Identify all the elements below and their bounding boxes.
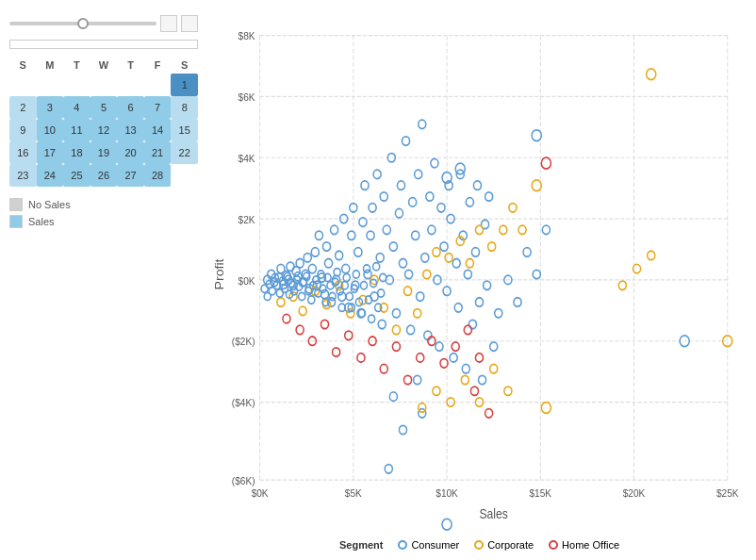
svg-point-133	[542, 225, 550, 234]
svg-point-154	[445, 254, 452, 262]
calendar-day[interactable]: 22	[171, 141, 198, 164]
svg-point-171	[618, 281, 626, 289]
calendar-day[interactable]: 4	[63, 96, 90, 119]
calendar-day[interactable]: 1	[171, 74, 198, 96]
svg-point-114	[468, 320, 476, 328]
cal-header-f: F	[144, 57, 172, 74]
svg-point-139	[277, 298, 285, 306]
svg-point-190	[452, 342, 459, 351]
calendar-day[interactable]: 6	[117, 96, 144, 119]
calendar-day[interactable]: 3	[37, 96, 64, 119]
calendar-day[interactable]: 8	[171, 96, 198, 119]
svg-point-117	[475, 298, 483, 306]
slider-thumb[interactable]	[77, 18, 89, 29]
svg-point-151	[414, 309, 421, 318]
svg-point-179	[320, 320, 328, 328]
svg-point-78	[383, 225, 390, 234]
svg-point-176	[283, 314, 290, 322]
svg-point-181	[345, 331, 353, 339]
svg-point-71	[367, 231, 374, 239]
calendar-day[interactable]: 21	[144, 141, 172, 164]
svg-point-160	[509, 204, 517, 212]
calendar-day[interactable]: 19	[90, 141, 118, 164]
scatter-chart: Profit $8K $6K $4K $2K $0K ($2K)	[212, 13, 747, 535]
svg-text:Sales: Sales	[480, 506, 509, 521]
svg-point-42	[296, 258, 304, 267]
svg-point-135	[455, 163, 465, 174]
calendar-day[interactable]: 25	[63, 164, 90, 187]
calendar-day[interactable]: 9	[9, 119, 37, 141]
svg-point-100	[436, 342, 443, 351]
svg-point-90	[412, 231, 419, 239]
calendar-day[interactable]: 27	[117, 164, 144, 187]
svg-text:$20K: $20K	[623, 486, 646, 499]
calendar-day	[37, 74, 64, 96]
svg-point-153	[433, 248, 440, 256]
calendar-day[interactable]: 13	[117, 119, 144, 141]
prev-month-button[interactable]	[160, 15, 177, 32]
svg-point-168	[504, 387, 512, 395]
calendar-day[interactable]: 28	[144, 164, 172, 187]
calendar-day[interactable]: 10	[37, 119, 64, 141]
calendar-day[interactable]: 12	[90, 119, 118, 141]
svg-point-149	[392, 325, 400, 334]
calendar-day[interactable]: 2	[9, 96, 37, 119]
svg-text:$4K: $4K	[238, 152, 256, 164]
calendar-day	[144, 74, 172, 96]
svg-point-85	[399, 258, 406, 267]
calendar-day[interactable]: 7	[144, 96, 172, 119]
calendar-day[interactable]: 18	[63, 141, 90, 164]
svg-text:$8K: $8K	[238, 30, 256, 42]
left-panel: S M T W T F S 12345678910111213141516171…	[0, 0, 207, 560]
slider-track[interactable]	[9, 22, 156, 25]
svg-point-161	[518, 225, 526, 234]
calendar-day[interactable]: 23	[9, 164, 37, 187]
svg-point-91	[415, 170, 422, 178]
svg-point-237	[360, 282, 367, 289]
cal-header-t1: T	[63, 57, 90, 74]
legend-sales: Sales	[9, 215, 198, 228]
svg-point-101	[437, 204, 445, 212]
calendar-day[interactable]: 5	[90, 96, 118, 119]
svg-point-242	[373, 263, 380, 271]
calendar-day	[63, 74, 90, 96]
svg-point-120	[484, 281, 491, 289]
svg-point-193	[541, 157, 551, 169]
svg-point-141	[299, 306, 306, 315]
svg-point-72	[369, 204, 376, 212]
svg-point-113	[466, 198, 473, 206]
svg-point-123	[389, 392, 397, 401]
calendar-day[interactable]: 11	[63, 119, 90, 141]
calendar-day[interactable]: 20	[117, 141, 144, 164]
svg-point-122	[385, 465, 392, 473]
calendar-day[interactable]: 26	[90, 164, 118, 187]
svg-point-131	[523, 248, 531, 256]
svg-point-48	[311, 248, 319, 256]
svg-point-124	[399, 425, 406, 434]
svg-text:$2K: $2K	[238, 213, 256, 225]
calendar-day[interactable]: 17	[37, 141, 64, 164]
svg-point-97	[428, 225, 436, 234]
svg-point-162	[419, 404, 426, 412]
svg-point-244	[378, 289, 385, 297]
svg-text:$6K: $6K	[238, 91, 256, 103]
calendar-day	[171, 164, 198, 187]
svg-point-47	[308, 264, 316, 272]
month-display	[9, 40, 198, 49]
calendar-day	[117, 74, 144, 96]
calendar-day[interactable]: 15	[171, 119, 198, 141]
svg-text:($6K): ($6K)	[232, 474, 255, 486]
calendar-day[interactable]: 14	[144, 119, 172, 141]
calendar-day[interactable]: 24	[37, 164, 64, 187]
svg-point-86	[402, 137, 409, 145]
svg-point-115	[471, 248, 479, 256]
chart-legend: Segment Consumer Corporate Home Office	[212, 535, 747, 551]
calendar-day	[9, 74, 37, 96]
calendar-day[interactable]: 16	[9, 141, 37, 164]
cal-header-s2: S	[171, 57, 198, 74]
next-month-button[interactable]	[181, 15, 198, 32]
cal-header-t2: T	[117, 57, 144, 74]
segment-label: Segment	[339, 539, 383, 551]
svg-point-194	[470, 387, 478, 395]
svg-point-89	[409, 198, 417, 206]
